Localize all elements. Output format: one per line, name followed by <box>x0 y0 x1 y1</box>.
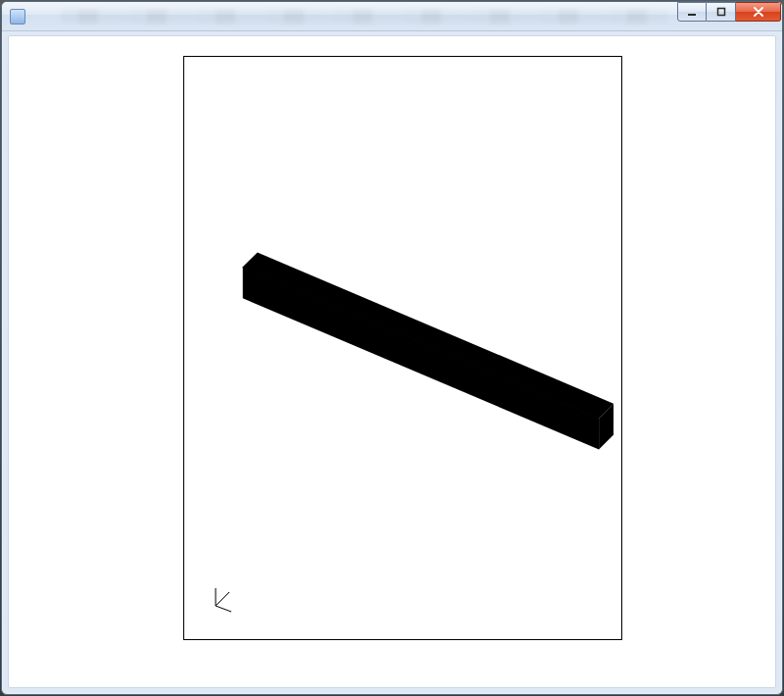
svg-line-5 <box>243 267 599 418</box>
viewport-3d[interactable] <box>183 56 622 640</box>
svg-rect-1 <box>717 9 724 16</box>
svg-line-7 <box>216 592 229 606</box>
svg-rect-0 <box>688 14 696 16</box>
axis-gizmo <box>202 580 241 620</box>
client-area <box>8 35 776 688</box>
minimize-button[interactable] <box>677 2 707 22</box>
title-bar-background-blur <box>61 10 669 24</box>
window-controls <box>677 2 781 30</box>
svg-marker-3 <box>243 267 599 449</box>
maximize-button[interactable] <box>707 2 736 22</box>
app-icon <box>10 9 25 25</box>
beam-model <box>184 57 621 639</box>
close-button[interactable] <box>736 2 781 22</box>
svg-line-8 <box>216 606 231 612</box>
svg-marker-2 <box>243 252 613 418</box>
application-window <box>1 1 783 695</box>
title-bar[interactable] <box>2 2 782 31</box>
